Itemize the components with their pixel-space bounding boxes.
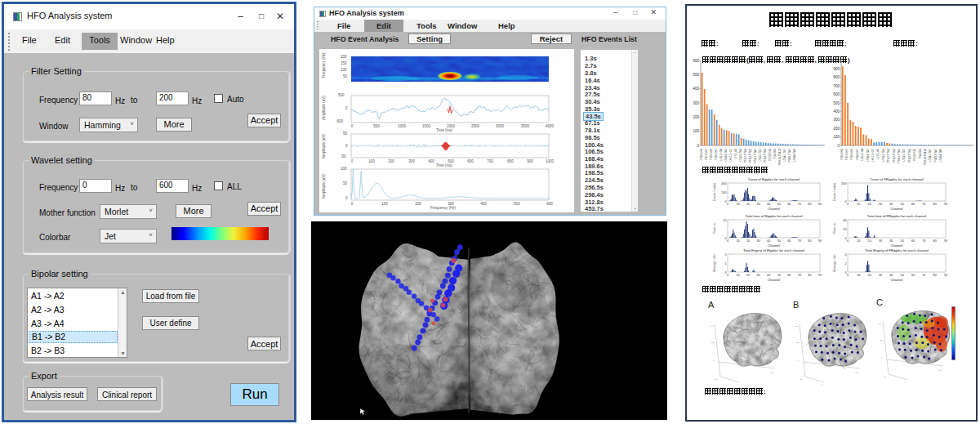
svg-text:80: 80 xyxy=(808,203,811,206)
svg-text:Total Engery of Ripples for ea: Total Engery of Ripples for each channel xyxy=(743,248,804,252)
svg-text:LTB4-LTB7: LTB4-LTB7 xyxy=(929,149,932,162)
svg-text:30: 30 xyxy=(757,274,760,277)
svg-text:Channel: Channel xyxy=(891,278,903,282)
svg-text:40: 40 xyxy=(889,203,893,206)
svg-text:PTB4-PTB5: PTB4-PTB5 xyxy=(908,149,911,163)
svg-text:90: 90 xyxy=(944,239,947,243)
svg-text:0: 0 xyxy=(697,144,699,148)
svg-text:60: 60 xyxy=(787,274,791,277)
svg-text:400: 400 xyxy=(721,182,726,185)
svg-text:50: 50 xyxy=(901,203,904,206)
svg-text:Count / times: Count / times xyxy=(713,183,716,201)
svg-text:100: 100 xyxy=(855,372,859,374)
svg-text:50: 50 xyxy=(901,274,904,277)
svg-text:100: 100 xyxy=(833,135,840,139)
svg-text:0: 0 xyxy=(847,239,849,243)
svg-text:LTB3-LTB4: LTB3-LTB4 xyxy=(882,149,885,162)
svg-text:90: 90 xyxy=(818,274,822,277)
svg-text:80: 80 xyxy=(933,239,937,243)
svg-text:Channel: Channel xyxy=(891,207,903,211)
svg-text:40: 40 xyxy=(843,219,846,222)
svg-text:60: 60 xyxy=(911,203,915,206)
svg-text:PTB2-PTB3: PTB2-PTB3 xyxy=(893,149,896,163)
svg-text:80: 80 xyxy=(808,274,811,277)
svg-text:LTA54-TA6: LTA54-TA6 xyxy=(793,149,796,162)
svg-text:0: 0 xyxy=(821,383,822,386)
svg-text:PTB7-PTB4: PTB7-PTB4 xyxy=(744,149,747,163)
svg-text:0: 0 xyxy=(727,203,728,206)
svg-text:P3B-RH4: P3B-RH4 xyxy=(700,149,703,160)
svg-text:80: 80 xyxy=(808,239,811,243)
svg-text:10: 10 xyxy=(857,274,860,277)
svg-text:400: 400 xyxy=(710,325,714,328)
svg-text:90: 90 xyxy=(818,203,822,206)
svg-text:200: 200 xyxy=(796,341,800,344)
svg-text:70: 70 xyxy=(798,274,801,277)
svg-text:50: 50 xyxy=(777,274,781,277)
svg-text:300: 300 xyxy=(693,101,699,105)
svg-text:P31D-P35: P31D-P35 xyxy=(768,149,772,161)
svg-text:20: 20 xyxy=(868,239,871,243)
svg-text:500: 500 xyxy=(693,73,699,77)
svg-text:70: 70 xyxy=(798,239,801,243)
svg-text:20: 20 xyxy=(746,274,750,277)
svg-text:60: 60 xyxy=(787,239,791,243)
svg-text:50: 50 xyxy=(777,203,781,206)
svg-text:500: 500 xyxy=(833,101,840,105)
svg-text:70: 70 xyxy=(922,203,925,206)
svg-text:Count / times: Count / times xyxy=(833,183,836,201)
svg-text:60: 60 xyxy=(911,274,915,277)
svg-text:100: 100 xyxy=(770,372,774,374)
svg-text:10: 10 xyxy=(736,274,739,277)
svg-text:60: 60 xyxy=(911,239,915,243)
svg-text:LH7-L4B: LH7-L4B xyxy=(876,149,880,159)
svg-text:0: 0 xyxy=(727,239,728,243)
svg-text:30: 30 xyxy=(879,203,882,206)
svg-text:50: 50 xyxy=(777,239,781,243)
svg-text:LH11-LH17: LH11-LH17 xyxy=(729,149,733,162)
svg-text:40: 40 xyxy=(767,239,770,243)
svg-text:2: 2 xyxy=(844,262,846,266)
svg-text:0: 0 xyxy=(904,381,906,383)
svg-text:4: 4 xyxy=(844,253,846,257)
svg-text:100: 100 xyxy=(693,129,699,133)
svg-text:40: 40 xyxy=(889,274,893,277)
svg-text:0: 0 xyxy=(736,383,737,386)
svg-text:-50: -50 xyxy=(883,376,886,378)
svg-text:LH7-L4B: LH7-L4B xyxy=(734,149,737,159)
svg-text:30: 30 xyxy=(879,239,882,243)
svg-text:PTA9-PTA7: PTA9-PTA7 xyxy=(934,149,938,163)
svg-text:Total time of Ripples for each: Total time of Ripples for each channel xyxy=(746,214,803,218)
svg-text:40: 40 xyxy=(767,274,770,277)
svg-text:Total time of FRipples for eac: Total time of FRipples for each channel xyxy=(867,214,926,218)
svg-text:900: 900 xyxy=(833,67,840,71)
svg-text:B: B xyxy=(793,300,799,310)
svg-text:LTB3-LTB7: LTB3-LTB7 xyxy=(759,149,762,162)
svg-text:0: 0 xyxy=(837,144,840,148)
svg-text:A: A xyxy=(708,300,715,310)
svg-text:10: 10 xyxy=(857,203,860,206)
svg-text:LTB3-LTB7: LTB3-LTB7 xyxy=(902,149,906,162)
svg-text:LTA14-TA7: LTA14-TA7 xyxy=(866,149,870,162)
svg-text:20: 20 xyxy=(746,203,750,206)
svg-text:P31D-P35: P31D-P35 xyxy=(913,149,916,161)
svg-text:Total Engery of FRipples for e: Total Engery of FRipples for each channe… xyxy=(865,248,929,252)
svg-text:P34-RI5: P34-RI5 xyxy=(773,149,777,158)
svg-text:-50: -50 xyxy=(715,378,718,381)
svg-text:10: 10 xyxy=(857,239,860,243)
svg-text:50: 50 xyxy=(901,239,904,243)
svg-text:1000: 1000 xyxy=(831,59,840,63)
svg-text:400: 400 xyxy=(795,325,799,328)
svg-text:PTB7-PTB4: PTB7-PTB4 xyxy=(887,149,890,163)
svg-text:0: 0 xyxy=(847,274,849,277)
svg-text:70: 70 xyxy=(922,274,925,277)
svg-text:400: 400 xyxy=(833,109,840,114)
svg-text:Energy / uV²: Energy / uV² xyxy=(833,254,836,272)
svg-text:100: 100 xyxy=(938,369,942,372)
svg-text:P3H14-P3414: P3H14-P3414 xyxy=(924,149,927,165)
svg-text:60: 60 xyxy=(787,203,791,206)
svg-text:700: 700 xyxy=(833,84,840,88)
svg-text:200: 200 xyxy=(693,115,699,119)
svg-text:P3B-RH6: P3B-RH6 xyxy=(710,149,713,160)
svg-text:LTB3-LTB4: LTB3-LTB4 xyxy=(739,149,742,162)
